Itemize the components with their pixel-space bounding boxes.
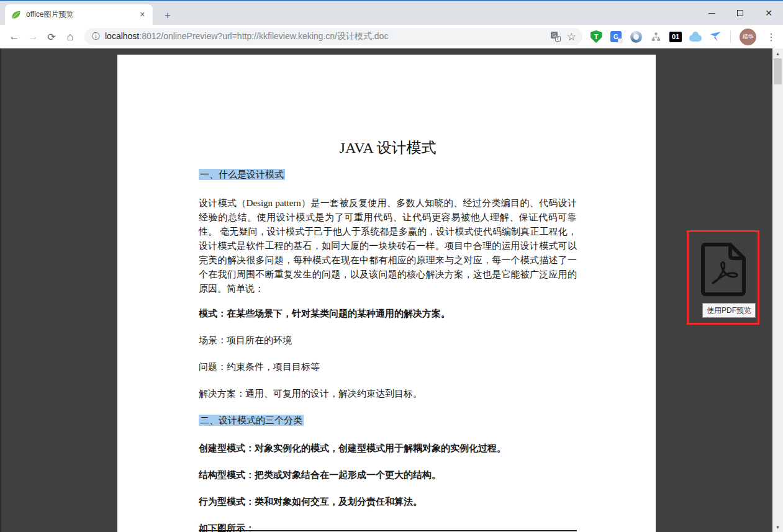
vertical-scrollbar[interactable]: ▲ ▼ xyxy=(772,48,783,532)
chrome-menu-icon[interactable]: ⋮ xyxy=(766,31,776,43)
document-page: JAVA 设计模式 一、什么是设计模式 设计模式（Design pattern）… xyxy=(117,55,656,532)
heading-underline xyxy=(199,530,577,531)
highlighted-heading: 一、什么是设计模式 xyxy=(199,169,285,180)
new-tab-button[interactable]: + xyxy=(160,8,175,23)
browser-tab[interactable]: office图片预览 ✕ xyxy=(5,4,153,25)
01-badge-icon: 01 xyxy=(669,32,682,42)
address-bar[interactable]: ⓘ localhost:8012/onlinePreview?url=http:… xyxy=(84,28,582,45)
extension-01[interactable]: 01 xyxy=(669,30,682,43)
bookmark-star-icon[interactable]: ☆ xyxy=(567,30,576,43)
maximize-button[interactable] xyxy=(726,1,754,25)
back-button[interactable]: ← xyxy=(5,27,24,46)
translate-icon-secondary: 文 xyxy=(555,36,561,42)
doc-bold-line: 创建型模式：对象实例化的模式，创建型模式用于解耦对象的实例化过程。 xyxy=(199,442,577,455)
window-controls: ✕ xyxy=(697,1,783,25)
translate-page-icon[interactable]: G 文 xyxy=(551,32,561,42)
extensions-row: T G 01 精华 ⋮ xyxy=(590,29,781,45)
close-icon: ✕ xyxy=(765,9,772,17)
doc-paragraph: 设计模式（Design pattern）是一套被反复使用、多数人知晓的、经过分类… xyxy=(199,196,577,296)
pdf-preview-button[interactable]: 使用PDF预览 xyxy=(687,230,759,325)
document-title: JAVA 设计模式 xyxy=(199,138,577,157)
close-button[interactable]: ✕ xyxy=(754,1,783,25)
profile-avatar[interactable]: 精华 xyxy=(740,29,756,45)
site-info-icon[interactable]: ⓘ xyxy=(92,31,100,42)
doc-bold-line: 行为型模式：类和对象如何交互，及划分责任和算法。 xyxy=(199,495,577,508)
extension-green-shield[interactable]: T xyxy=(590,30,602,43)
sitemap-icon xyxy=(651,32,661,42)
highlighted-heading: 二、设计模式的三个分类 xyxy=(199,415,304,426)
url-path: :8012/onlinePreview?url=http://kkfilevie… xyxy=(139,31,388,41)
maximize-icon xyxy=(737,10,743,16)
scrollbar-thumb[interactable] xyxy=(774,58,782,84)
pdf-file-icon xyxy=(699,241,750,298)
swirl-icon xyxy=(630,31,642,43)
tab-close-icon[interactable]: ✕ xyxy=(137,9,148,20)
extension-cloud[interactable] xyxy=(689,30,702,43)
tab-title: office图片预览 xyxy=(26,9,137,20)
scroll-down-icon[interactable]: ▼ xyxy=(772,522,783,532)
url-host: localhost xyxy=(105,31,139,41)
pdf-preview-tooltip: 使用PDF预览 xyxy=(702,303,756,318)
doc-line: 场景：项目所在的环境 xyxy=(199,334,577,347)
doc-heading-2: 二、设计模式的三个分类 xyxy=(199,414,577,427)
extension-sitemap[interactable] xyxy=(649,30,662,43)
reload-button[interactable]: ⟳ xyxy=(42,27,61,46)
doc-line: 问题：约束条件，项目目标等 xyxy=(199,361,577,374)
extension-swirl[interactable] xyxy=(630,30,642,43)
document-body: JAVA 设计模式 一、什么是设计模式 设计模式（Design pattern）… xyxy=(117,55,656,532)
browser-viewport: JAVA 设计模式 一、什么是设计模式 设计模式（Design pattern）… xyxy=(0,48,772,532)
doc-bold-line: 模式：在某些场景下，针对某类问题的某种通用的解决方案。 xyxy=(199,307,577,320)
home-button[interactable]: ⌂ xyxy=(61,27,79,46)
window-accent-border xyxy=(0,0,783,1)
extension-translate[interactable]: G xyxy=(610,30,622,43)
cloud-icon xyxy=(689,35,702,42)
forward-button: → xyxy=(24,27,42,46)
toolbar-divider xyxy=(730,30,731,43)
browser-toolbar: ← → ⟳ ⌂ ⓘ localhost:8012/onlinePreview?u… xyxy=(0,25,783,48)
doc-heading-1: 一、什么是设计模式 xyxy=(199,168,577,181)
doc-bold-line: 结构型模式：把类或对象结合在一起形成一个更大的结构。 xyxy=(199,469,577,482)
extension-bird[interactable] xyxy=(709,30,722,43)
translate-extension-icon: G xyxy=(610,31,622,42)
minimize-button[interactable] xyxy=(697,1,726,25)
minimize-icon xyxy=(708,13,715,14)
scroll-up-icon[interactable]: ▲ xyxy=(772,48,783,58)
doc-line: 解决方案：通用、可复用的设计，解决约束达到目标。 xyxy=(199,387,577,400)
shield-icon: T xyxy=(591,30,602,43)
bird-icon xyxy=(710,31,722,42)
url-text[interactable]: localhost:8012/onlinePreview?url=http://… xyxy=(105,31,547,42)
spring-leaf-favicon xyxy=(11,10,21,20)
